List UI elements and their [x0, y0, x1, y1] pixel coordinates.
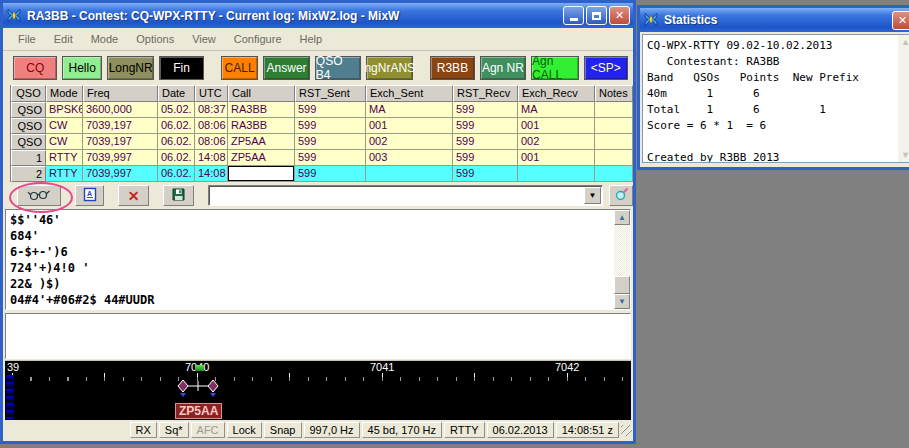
- cell-mode: BPSK63: [46, 102, 83, 118]
- statistics-body: CQ-WPX-RTTY 09.02-10.02.2013 Contestant:…: [642, 34, 909, 163]
- status-bar: RX Sq* AFC Lock Snap 997,0 Hz 45 bd, 170…: [3, 420, 633, 440]
- search-magnifier-icon: [614, 187, 629, 204]
- macro-call-button[interactable]: CALL: [221, 56, 259, 80]
- col-header-rst-sent[interactable]: RST_Sent: [295, 85, 366, 102]
- scroll-up-icon[interactable]: ▲: [901, 37, 909, 47]
- col-header-utc[interactable]: UTC: [195, 85, 228, 102]
- main-titlebar[interactable]: RA3BB - Contest: CQ-WPX-RTTY - Current l…: [3, 3, 633, 28]
- scroll-down-icon[interactable]: ▼: [901, 150, 909, 160]
- menu-help[interactable]: Help: [291, 30, 332, 48]
- row-header-cell: QSO: [11, 134, 46, 150]
- maximize-button[interactable]: [586, 6, 607, 25]
- col-header-exch-sent[interactable]: Exch_Sent: [366, 85, 453, 102]
- callsign-combobox[interactable]: ▼: [208, 185, 603, 206]
- table-row-active[interactable]: 2 RTTY 7039,997 06.02. 14:08 599 599: [11, 166, 633, 182]
- status-mode-params[interactable]: 45 bd, 170 Hz: [362, 422, 443, 438]
- frequency-flag-icon[interactable]: [194, 365, 204, 373]
- cell-utc: 08:06: [195, 134, 228, 150]
- cell-date: 06.02.: [158, 150, 195, 166]
- table-row[interactable]: QSO CW 7039,197 06.02. 08:06 ZP5AA 599 0…: [11, 134, 633, 150]
- macro-ngnrans-button[interactable]: ngNrANS: [366, 56, 413, 80]
- resize-grip[interactable]: [621, 425, 632, 436]
- waterfall-signal-trace: [6, 375, 14, 419]
- macro-cq-button[interactable]: CQ: [13, 56, 57, 80]
- cell-utc: 14:08: [195, 150, 228, 166]
- delete-qso-button[interactable]: ✕: [118, 185, 149, 206]
- macro-longnr-button[interactable]: LongNR: [107, 56, 154, 80]
- cell-call-focused[interactable]: [228, 166, 295, 182]
- macro-fin-button[interactable]: Fin: [159, 56, 203, 80]
- rtty-tuning-marker[interactable]: [173, 378, 223, 400]
- search-callsign-button[interactable]: [17, 185, 61, 206]
- menu-file[interactable]: File: [9, 30, 45, 48]
- macro-answer-button[interactable]: Answer: [263, 56, 309, 80]
- cell-mode: RTTY: [46, 150, 83, 166]
- log-table-header: QSO Mode Freq Date UTC Call RST_Sent Exc…: [11, 85, 633, 102]
- scroll-down-icon[interactable]: ▼: [614, 294, 630, 309]
- cell-exch-recv: MA: [518, 102, 595, 118]
- col-header-mode[interactable]: Mode: [46, 85, 83, 102]
- scroll-thumb[interactable]: [614, 276, 630, 294]
- cell-rst-recv: 599: [453, 150, 518, 166]
- cell-exch-recv: 001: [518, 118, 595, 134]
- cell-rst-sent: 599: [295, 166, 366, 182]
- macro-agncall-button[interactable]: Agn CALL: [531, 56, 578, 80]
- glasses-icon: [26, 188, 52, 203]
- cell-utc: 14:08: [195, 166, 228, 182]
- freq-label: 7042: [555, 361, 579, 373]
- statistics-scrollbar[interactable]: ▲ ▼: [898, 35, 909, 162]
- table-row[interactable]: QSO CW 7039,197 06.02. 08:06 RA3BB 599 0…: [11, 118, 633, 134]
- macro-hello-button[interactable]: Hello: [62, 56, 102, 80]
- cell-notes: [595, 102, 633, 118]
- statistics-titlebar[interactable]: Statistics ✕: [640, 8, 909, 32]
- cell-rst-recv: 599: [453, 102, 518, 118]
- menu-configure[interactable]: Configure: [225, 30, 291, 48]
- cell-call: ZP5AA: [228, 134, 295, 150]
- status-mode[interactable]: RTTY: [444, 422, 485, 438]
- mixw-main-window: RA3BB - Contest: CQ-WPX-RTTY - Current l…: [0, 0, 636, 444]
- status-audio-freq[interactable]: 997,0 Hz: [304, 422, 360, 438]
- tx-window[interactable]: [5, 313, 631, 359]
- status-rx[interactable]: RX: [130, 422, 157, 438]
- col-header-rst-recv[interactable]: RST_Recv: [453, 85, 518, 102]
- scroll-up-icon[interactable]: ▲: [614, 210, 630, 225]
- status-lock[interactable]: Lock: [227, 422, 262, 438]
- macro-sp-button[interactable]: <SP>: [584, 56, 628, 80]
- save-button[interactable]: [163, 185, 194, 206]
- mixw-butterfly-icon: [643, 12, 660, 28]
- table-row[interactable]: 1 RTTY 7039,997 06.02. 14:08 ZP5AA 599 0…: [11, 150, 633, 166]
- table-row[interactable]: QSO BPSK63 3600,000 05.02. 08:37 RA3BB 5…: [11, 102, 633, 118]
- macro-r3bb-button[interactable]: R3BB: [430, 56, 474, 80]
- col-header-notes[interactable]: Notes: [595, 85, 633, 102]
- status-squelch[interactable]: Sq*: [159, 422, 189, 438]
- cell-utc: 08:06: [195, 118, 228, 134]
- callsign-marker-label[interactable]: ZP5AA: [175, 403, 222, 419]
- menu-mode[interactable]: Mode: [82, 30, 128, 48]
- svg-text:A: A: [87, 190, 92, 197]
- log-page-button[interactable]: A: [75, 185, 104, 206]
- cell-mode: CW: [46, 134, 83, 150]
- col-header-freq[interactable]: Freq: [83, 85, 158, 102]
- statistics-text: CQ-WPX-RTTY 09.02-10.02.2013 Contestant:…: [643, 35, 898, 162]
- waterfall-display[interactable]: 39 7040 7041 7042 ZP5AA: [5, 360, 631, 420]
- chevron-down-icon[interactable]: ▼: [584, 187, 601, 204]
- macro-qsob4-button[interactable]: QSO B4: [315, 56, 361, 80]
- close-button[interactable]: ✕: [609, 6, 630, 25]
- status-afc[interactable]: AFC: [191, 422, 225, 438]
- macro-agnnr-button[interactable]: Agn NR: [480, 56, 526, 80]
- search-log-button[interactable]: [609, 185, 633, 206]
- menu-options[interactable]: Options: [127, 30, 183, 48]
- status-snap[interactable]: Snap: [264, 422, 302, 438]
- col-header-exch-recv[interactable]: Exch_Recv: [518, 85, 595, 102]
- rx-window[interactable]: $$''46' 684' 6-$+-')6 724'+)4!0 ' 22& )$…: [5, 209, 631, 310]
- menu-edit[interactable]: Edit: [45, 30, 82, 48]
- col-header-call[interactable]: Call: [228, 85, 295, 102]
- menu-view[interactable]: View: [183, 30, 225, 48]
- col-header-date[interactable]: Date: [158, 85, 195, 102]
- statistics-close-button[interactable]: ✕: [892, 11, 909, 30]
- cell-call: RA3BB: [228, 118, 295, 134]
- col-header-qso[interactable]: QSO: [11, 85, 46, 102]
- rx-scrollbar[interactable]: ▲ ▼: [614, 210, 630, 309]
- row-header-cell: QSO: [11, 118, 46, 134]
- minimize-button[interactable]: [563, 6, 584, 25]
